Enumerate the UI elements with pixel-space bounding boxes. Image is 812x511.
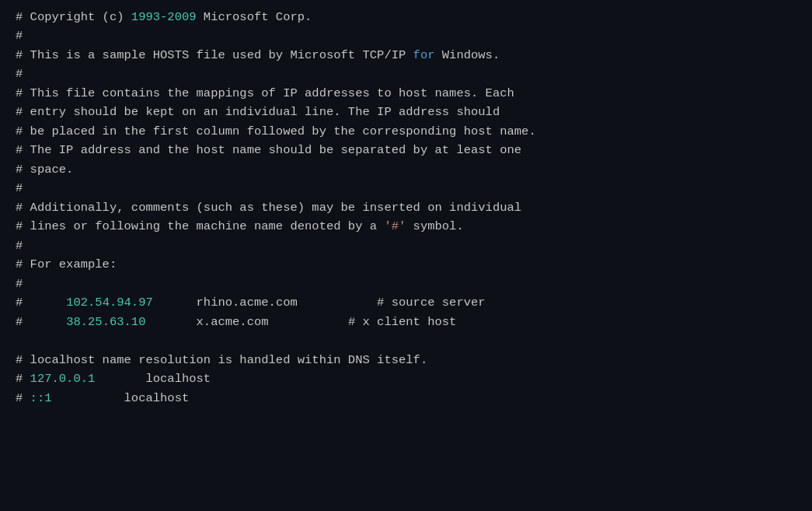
entry-text: # entry should be kept on an individual … <box>16 103 500 121</box>
line-localhost-comment: # localhost name resolution is handled w… <box>16 351 796 369</box>
lines-suffix: symbol. <box>406 217 463 236</box>
keyword-for: for <box>413 46 435 65</box>
line-empty-1: # <box>16 26 796 45</box>
line-space: # space. <box>16 160 796 179</box>
line-127001: # 127.0.0.1 localhost <box>16 369 796 388</box>
line-empty-5: # <box>16 275 796 293</box>
localhost-comment-text: # localhost name resolution is handled w… <box>16 351 427 369</box>
copyright-suffix: Microsoft Corp. <box>197 8 312 26</box>
line-empty-6 <box>16 331 796 350</box>
line-ip2: # 38.25.63.10 x.acme.com # x client host <box>16 313 796 331</box>
line-copyright: # Copyright (c) 1993-2009 Microsoft Corp… <box>16 8 796 26</box>
column-text: # be placed in the first column followed… <box>16 122 536 141</box>
line-column: # be placed in the first column followed… <box>16 122 796 141</box>
line-lines: # lines or following the machine name de… <box>16 217 796 236</box>
line-entry: # entry should be kept on an individual … <box>16 103 796 121</box>
ip-ipv6: ::1 <box>30 389 52 408</box>
line-empty-4: # <box>16 236 796 255</box>
address-text: # The IP address and the host name shoul… <box>16 141 521 159</box>
line-sample: # This is a sample HOSTS file used by Mi… <box>16 46 796 65</box>
additionally-text: # Additionally, comments (such as these)… <box>16 198 521 217</box>
line-mappings: # This file contains the mappings of IP … <box>16 84 796 103</box>
ip-2: 38.25.63.10 <box>66 313 145 331</box>
hash-copyright: # Copyright (c) <box>16 8 131 26</box>
line-ipv6: # ::1 localhost <box>16 389 796 408</box>
line-address: # The IP address and the host name shoul… <box>16 141 796 159</box>
example-text: # For example: <box>16 255 117 274</box>
code-editor: # Copyright (c) 1993-2009 Microsoft Corp… <box>0 0 812 511</box>
year-range: 1993-2009 <box>131 8 197 26</box>
ip-1: 102.54.94.97 <box>66 293 153 312</box>
line-example: # For example: <box>16 255 796 274</box>
line-empty-3: # <box>16 179 796 198</box>
line-empty-2: # <box>16 65 796 83</box>
mappings-text: # This file contains the mappings of IP … <box>16 84 514 103</box>
space-text: # space. <box>16 160 73 179</box>
line-additionally: # Additionally, comments (such as these)… <box>16 198 796 217</box>
hash-symbol: '#' <box>384 217 406 236</box>
ip-127001: 127.0.0.1 <box>30 369 96 388</box>
lines-text: # lines or following the machine name de… <box>16 217 384 236</box>
line-ip1: # 102.54.94.97 rhino.acme.com # source s… <box>16 293 796 312</box>
